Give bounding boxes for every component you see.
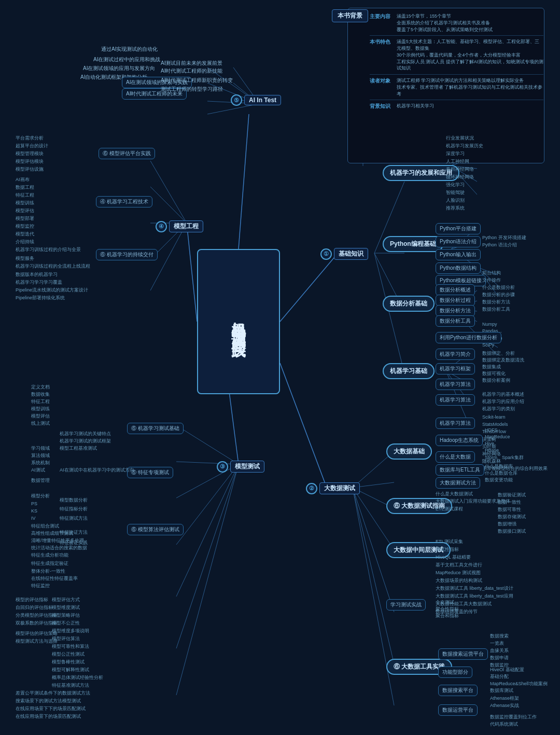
section-5-num: ⑤ <box>231 94 242 106</box>
model-eval-add-2: 搜索场景下的测试方法模型测试 <box>16 698 81 704</box>
ml-framework: 机器学习框架 <box>436 363 475 375</box>
python-io: Python输入输出 <box>436 249 481 260</box>
python-platform: Python平台搭建 <box>436 223 481 234</box>
feat-test-1: 模型分析 <box>31 493 50 500</box>
sklearn-node: Scikit-learn <box>482 414 506 420</box>
model-eval-9: 模型鲁棒性测试 <box>52 659 85 665</box>
data-analysis-process: 数据分析过程 <box>436 295 475 306</box>
svg-line-54 <box>176 425 239 464</box>
da-method: 数据分析方法 <box>482 299 510 306</box>
svg-line-57 <box>176 464 239 545</box>
data-analysis-method: 数据分析方法 <box>436 305 475 316</box>
hbase-node: HBase <box>485 448 499 453</box>
bigdata-platform: 大数据测试方法 <box>436 477 480 489</box>
ml-intro-2: 机器学习的应用介绍 <box>482 398 524 405</box>
data-search-platform: 数据搜索运营平台 <box>438 648 488 660</box>
feat-test-2: PS <box>31 501 37 506</box>
svg-line-16 <box>374 253 404 373</box>
bigdata-guide-4: 数据存储测试 <box>498 514 526 520</box>
ml-basic-concept: 机器学习简介 <box>436 349 475 360</box>
feat-test-4: IV <box>31 516 36 521</box>
model-eval-platform: ⑥ 模型评估平台实践 <box>99 148 155 159</box>
eval-plat-4: 模型评估模块 <box>16 158 44 165</box>
section-2-num: ② <box>306 483 317 494</box>
feat-test-f2: 特征指标分析 <box>60 506 88 512</box>
ml-eng-6: 模型部署 <box>16 215 34 222</box>
ml-test-5: 模型评估 <box>31 413 50 420</box>
bigdata-guide-3: 数据可靠性 <box>498 506 521 513</box>
model-eval-7: 模型可靠性和算法 <box>52 643 89 650</box>
ml-test-6: 线上测试 <box>31 420 50 427</box>
ml-sub-3: 深度学习 <box>446 150 465 157</box>
data-analysis-concept: 数据分析概述 <box>436 284 475 296</box>
python-basic-node: Python编程基础 <box>383 236 443 252</box>
section-5-text: AI In Test <box>244 95 281 105</box>
section-5-label: ⑤ AI In Test <box>231 94 281 106</box>
svg-line-67 <box>353 488 394 705</box>
bigdata-test-3: ETL测试课程 <box>436 506 463 512</box>
ml-test-practice: 学习测试实战 <box>386 599 426 611</box>
model-eval-6: 模型评估算法 <box>52 635 80 642</box>
bigdata-char-3: 数据变更功能 <box>485 477 513 483</box>
svg-line-3 <box>187 223 197 322</box>
model-eval-5: 模型维度多项说明 <box>52 628 89 634</box>
ml-engineering-tech: ④ 机器学习工程技术 <box>96 196 152 207</box>
feat-test-f5: 特征验证实践 <box>60 539 88 546</box>
center-title-box: 机器学习测试入门与实践 <box>197 249 280 394</box>
feat-test-9: 特征生成分析功能 <box>31 552 68 559</box>
practice-2: 聚合性指标 <box>436 606 459 613</box>
python-data-struct: Python数据结构 <box>436 262 481 274</box>
svg-line-50 <box>150 187 187 223</box>
feat-test-3: KS <box>31 508 37 514</box>
ml-application: 机器学习算法 <box>436 394 475 406</box>
algo-eval-1: 模型的评估指标 <box>16 597 48 603</box>
bigdata-char-1: 什么是数据库 <box>485 463 513 470</box>
ml-eng-1: AI画布 <box>16 176 30 183</box>
section-2-label: ② 大数据测试 <box>306 482 360 494</box>
svg-line-58 <box>176 464 239 597</box>
cd-4: 机器学习训练过程的全流程上线流程 <box>16 263 90 270</box>
model-eval-8: 模型公正性测试 <box>52 651 85 658</box>
bigdata-guide-6: 数据接口测试 <box>498 528 526 535</box>
middle-test-7: 大数据测试工具 liberty_data_test设计 <box>436 585 513 592</box>
svg-line-0 <box>280 254 337 322</box>
ml-test-arch: 系统机制 <box>31 460 50 466</box>
feat-test-f1: 模型数据分析 <box>60 497 88 504</box>
bigdata-guide-2: 数据一致性 <box>498 499 521 506</box>
hive-node: Hive <box>485 441 494 446</box>
model-eval-3: 模型策略评估 <box>52 612 80 619</box>
eval-plat-3: 模型管理模块 <box>16 150 44 157</box>
ml-eng-5: 模型评估 <box>16 207 34 214</box>
bigdata-concept: 什么是大数据 <box>436 451 475 463</box>
middle-test-5: MapReduce 测试视图 <box>436 570 481 576</box>
bigdata-guide-5: 数据增强 <box>498 521 516 528</box>
bigdata-char-2: 什么是数据仓库 <box>485 470 517 477</box>
book-bg-content: 主要内容 涵盖15个章节，155个章节 全面系统的介绍了机器学习测试相关书及准备… <box>370 10 543 113</box>
ml-continuous-delivery: ⑥ 机器学习的持续交付 <box>96 249 158 260</box>
data-analysis-node: 数据分析基础 <box>383 296 435 312</box>
cd-5: 数据版本的机器学习 <box>16 271 58 278</box>
book-title: 机器学习测试入门与实践 <box>228 310 248 333</box>
model-algo-eval: ⑥ 模型算法评估测试 <box>127 524 184 535</box>
ml-algo: 机器学习算法 <box>436 379 475 390</box>
algo-eval-5: 模型评估的评估策略 <box>16 630 58 637</box>
ai-test-node-1: 通过AI实现测试的自动化 <box>101 46 158 53</box>
func-2: 基础分配 <box>490 673 509 680</box>
search-plat-1: Athenase框架 <box>490 695 519 702</box>
storm-spark-node: Storm、Spark集群 <box>485 454 524 461</box>
da-process: 数据分析的步骤 <box>482 292 515 298</box>
func-3: MapReduce&Shell功能案例 <box>490 681 548 687</box>
da-tools: 数据分析工具 <box>482 306 510 313</box>
algo-eval-6: 模型测试方法与选择 <box>16 638 58 645</box>
section-3-num: ③ <box>217 461 228 473</box>
ai-sub-2: AI时代测试工程师的新技能 <box>161 67 222 75</box>
ml-eng-7: 模型监控 <box>16 223 34 230</box>
py-struct: 前台结构 <box>482 270 501 276</box>
svg-line-59 <box>176 464 239 648</box>
data-analysis-tools: 数据分析工具 <box>436 315 475 327</box>
section-4-text: 模型工程 <box>169 220 203 232</box>
ai-test-node-2: AI在测试过程中的应用和挑战 <box>93 56 160 63</box>
model-eval-4: 模型不公正性 <box>52 620 80 627</box>
cd-3: 模型服务 <box>16 255 34 262</box>
feat-test-5: 特征组合测试 <box>31 523 59 530</box>
